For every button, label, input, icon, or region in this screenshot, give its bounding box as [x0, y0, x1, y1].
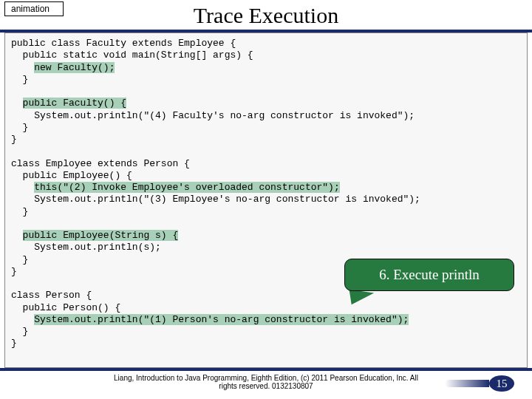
code-line: public Employee() {	[11, 170, 132, 181]
code-line: public Person() {	[11, 302, 120, 313]
code-highlight: new Faculty();	[34, 62, 115, 73]
animation-badge: animation	[4, 1, 64, 16]
code-line: public static void main(String[] args) {	[11, 50, 253, 61]
code-line: class Person {	[11, 290, 92, 301]
code-panel: public class Faculty extends Employee { …	[4, 33, 528, 368]
code-line: }	[11, 74, 28, 85]
code-line: class Employee extends Person {	[11, 158, 190, 169]
code-line: }	[11, 326, 28, 337]
code-line	[11, 62, 34, 73]
step-callout: 6. Execute println	[344, 259, 514, 291]
code-line: public class Faculty extends Employee {	[11, 38, 236, 49]
slide-title: Trace Execution	[0, 3, 532, 28]
code-highlight: public Employee(String s) {	[23, 230, 179, 241]
footer: Liang, Introduction to Java Programming,…	[0, 368, 532, 399]
code-line: }	[11, 134, 17, 145]
code-line: System.out.println("(4) Faculty's no-arg…	[11, 110, 415, 121]
code-line: System.out.println("(3) Employee's no-ar…	[11, 194, 420, 205]
code-line: }	[11, 122, 28, 133]
page-number: 15	[489, 375, 514, 392]
code-line: }	[11, 206, 28, 217]
header-bar: animation Trace Execution	[0, 0, 532, 33]
code-line	[11, 182, 34, 193]
code-line	[11, 98, 23, 109]
code-line: }	[11, 266, 17, 277]
code-line: }	[11, 254, 28, 265]
code-highlight: this("(2) Invoke Employee's overloaded c…	[34, 182, 339, 193]
code-line: }	[11, 338, 17, 349]
code-highlight: public Faculty() {	[23, 98, 126, 109]
code-line: System.out.println(s);	[11, 242, 161, 253]
code-highlight: System.out.println("(1) Person's no-arg …	[34, 314, 409, 325]
code-line	[11, 230, 23, 241]
code-line	[11, 314, 34, 325]
